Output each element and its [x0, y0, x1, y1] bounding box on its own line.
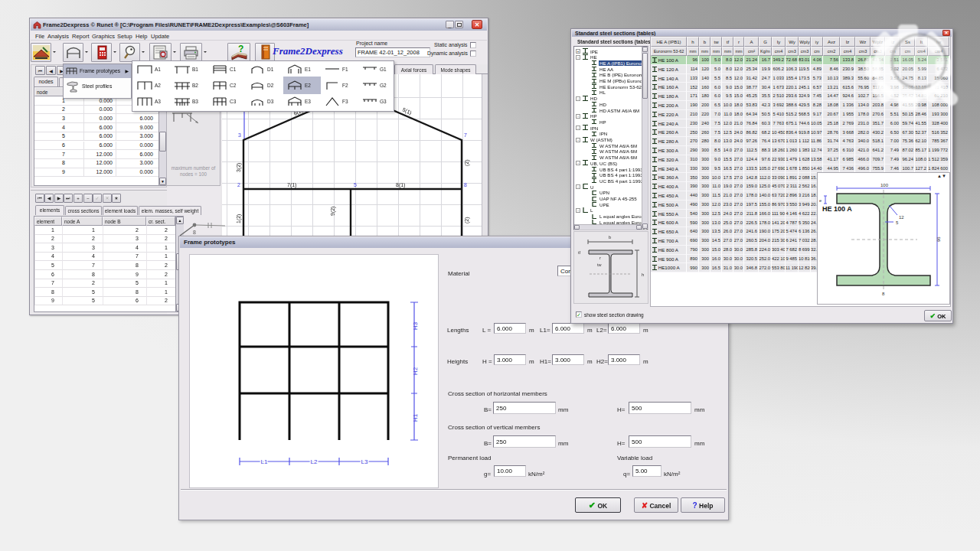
svg-text:8: 8 — [193, 230, 196, 235]
svg-text:96: 96 — [936, 236, 941, 242]
svg-text:(2): (2) — [464, 217, 470, 223]
svg-text:5: 5 — [354, 182, 357, 187]
svg-text:5: 5 — [896, 220, 899, 225]
svg-text:h: h — [642, 272, 644, 277]
svg-text:tw: tw — [597, 262, 602, 267]
svg-text:H2: H2 — [412, 367, 419, 375]
svg-text:8: 8 — [464, 182, 467, 187]
svg-text:3(2): 3(2) — [236, 163, 242, 172]
svg-text:b: b — [609, 235, 612, 240]
svg-text:8: 8 — [882, 292, 885, 296]
svg-text:tf: tf — [578, 250, 581, 255]
svg-text:2: 2 — [237, 182, 240, 187]
svg-text:?: ? — [238, 44, 243, 54]
svg-text:3: 3 — [238, 132, 241, 138]
svg-text:e: e — [819, 198, 822, 203]
svg-text:12: 12 — [899, 215, 904, 220]
svg-text:1(2): 1(2) — [236, 214, 242, 223]
svg-text:H1: H1 — [412, 413, 419, 422]
svg-text:(2): (2) — [464, 159, 470, 166]
svg-text:100: 100 — [880, 183, 889, 187]
svg-text:L1: L1 — [261, 458, 268, 465]
svg-text:9(2): 9(2) — [330, 207, 336, 216]
svg-text:8(1): 8(1) — [396, 182, 405, 188]
svg-text:7: 7 — [464, 132, 467, 138]
svg-text:r: r — [599, 256, 601, 260]
svg-text:7(1): 7(1) — [287, 182, 296, 188]
svg-text:H3: H3 — [412, 321, 419, 330]
svg-text:L2: L2 — [311, 458, 318, 465]
svg-text:L3: L3 — [361, 458, 368, 465]
